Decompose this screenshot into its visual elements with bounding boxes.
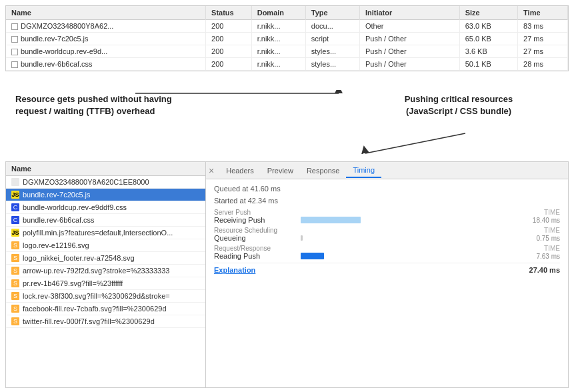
tab-close-button[interactable]: × [209, 166, 214, 175]
annotation-right-text: Pushing critical resources (JavaScript /… [389, 93, 529, 117]
annotation-left-text: Resource gets pushed without having requ… [15, 93, 175, 117]
file-name: polyfill.min.js?features=default,Interse… [23, 229, 173, 237]
file-list-panel: Name DGXMZO32348800Y8A620C1EE8000JSbundl… [6, 162, 206, 387]
timing-row-label: Reading Push [214, 252, 301, 260]
file-name: lock.rev-38f300.svg?fill=%2300629d&strok… [23, 292, 170, 300]
timing-bar-queue [301, 235, 303, 241]
svg-icon: S [11, 279, 19, 287]
timing-section-time-header: TIME [544, 245, 560, 252]
bottom-section: Name DGXMZO32348800Y8A620C1EE8000JSbundl… [5, 161, 569, 388]
timing-row: Receiving Push18.40 ms [214, 216, 560, 224]
meta-queued: Queued at 41.60 ms [214, 185, 560, 193]
list-item[interactable]: Slock.rev-38f300.svg?fill=%2300629d&stro… [6, 290, 205, 303]
col-header-size[interactable]: Size [459, 6, 517, 20]
timing-section-header: Server PushTIME [214, 209, 560, 216]
table-row[interactable]: bundle.rev-6b6caf.css 200 r.nikk... styl… [6, 58, 568, 71]
file-name: bundle.rev-6b6caf.css [23, 216, 95, 224]
svg-icon: S [11, 254, 19, 262]
timing-row-label: Queueing [214, 234, 301, 242]
tab-headers[interactable]: Headers [219, 164, 261, 177]
doc-icon [11, 178, 19, 186]
timing-section-label: Server Push [214, 209, 301, 216]
timing-total-value: 27.40 ms [529, 266, 560, 274]
details-panel: × Headers Preview Response Timing Queued… [206, 162, 568, 387]
timing-bar-push [301, 217, 361, 223]
timing-row-time: 7.63 ms [507, 253, 560, 260]
timing-bar-container [301, 252, 507, 260]
col-header-name[interactable]: Name [6, 6, 206, 20]
timing-section-header: Resource SchedulingTIME [214, 227, 560, 234]
list-item[interactable]: JSpolyfill.min.js?features=default,Inter… [6, 227, 205, 239]
file-name: logo_nikkei_footer.rev-a72548.svg [23, 254, 135, 262]
timing-row: Queueing0.75 ms [214, 234, 560, 242]
file-name: DGXMZO32348800Y8A620C1EE8000 [23, 178, 149, 186]
list-item[interactable]: Sarrow-up.rev-792f2d.svg?stroke=%2333333… [6, 265, 205, 277]
tab-response[interactable]: Response [300, 164, 347, 177]
file-name: bundle.rev-7c20c5.js [23, 191, 91, 199]
css-icon: C [11, 203, 19, 211]
file-name: pr.rev-1b4679.svg?fill=%23ffffff [23, 279, 123, 287]
svg-icon: S [11, 292, 19, 300]
col-header-type[interactable]: Type [305, 6, 359, 20]
svg-line-3 [365, 133, 465, 153]
css-icon: C [11, 216, 19, 224]
timing-section-label: Request/Response [214, 245, 301, 252]
timing-row-time: 18.40 ms [507, 217, 560, 224]
col-header-initiator[interactable]: Initiator [359, 6, 459, 20]
timing-section-label: Resource Scheduling [214, 227, 301, 234]
timing-row-label: Receiving Push [214, 216, 301, 224]
svg-icon: S [11, 267, 19, 275]
file-name: facebook-fill.rev-7cbafb.svg?fill=%23006… [23, 305, 167, 313]
file-list-header: Name [6, 162, 205, 176]
table-row[interactable]: DGXMZO32348800Y8A62... 200 r.nikk... doc… [6, 20, 568, 33]
timing-bar-read [301, 253, 324, 259]
timing-row-time: 0.75 ms [507, 235, 560, 242]
file-name: arrow-up.rev-792f2d.svg?stroke=%23333333 [23, 267, 169, 275]
svg-icon: S [11, 317, 19, 325]
timing-section-time-header: TIME [544, 227, 560, 234]
list-item[interactable]: DGXMZO32348800Y8A620C1EE8000 [6, 176, 205, 189]
details-tabs: × Headers Preview Response Timing [206, 162, 568, 179]
timing-bar-container [301, 216, 507, 224]
js-icon: JS [11, 229, 19, 237]
table-row[interactable]: bundle.rev-7c20c5.js 200 r.nikk... scrip… [6, 33, 568, 45]
file-name: twitter-fill.rev-000f7f.svg?fill=%230062… [23, 317, 155, 325]
timing-row: Reading Push7.63 ms [214, 252, 560, 260]
svg-icon: S [11, 241, 19, 249]
col-header-domain[interactable]: Domain [251, 6, 305, 20]
top-network-table: Name Status Domain Type Initiator Size T… [5, 5, 569, 71]
file-name: logo.rev-e12196.svg [23, 241, 89, 249]
list-item[interactable]: Slogo_nikkei_footer.rev-a72548.svg [6, 252, 205, 265]
timing-section-header: Request/ResponseTIME [214, 245, 560, 252]
table-row[interactable]: bundle-worldcup.rev-e9d... 200 r.nikk...… [6, 45, 568, 58]
timing-section-time-header: TIME [544, 209, 560, 216]
explanation-link[interactable]: Explanation [214, 266, 301, 274]
svg-icon: S [11, 305, 19, 313]
file-name: bundle-worldcup.rev-e9ddf9.css [23, 203, 127, 211]
list-item[interactable]: Cbundle-worldcup.rev-e9ddf9.css [6, 201, 205, 214]
list-item[interactable]: Slogo.rev-e12196.svg [6, 239, 205, 252]
timing-bar-container [301, 234, 507, 242]
list-item[interactable]: Cbundle.rev-6b6caf.css [6, 214, 205, 227]
list-item[interactable]: Spr.rev-1b4679.svg?fill=%23ffffff [6, 277, 205, 290]
list-item[interactable]: Sfacebook-fill.rev-7cbafb.svg?fill=%2300… [6, 303, 205, 315]
list-item[interactable]: JSbundle.rev-7c20c5.js [6, 189, 205, 201]
tab-timing[interactable]: Timing [346, 163, 381, 178]
col-header-time[interactable]: Time [518, 6, 568, 20]
col-header-status[interactable]: Status [206, 6, 252, 20]
meta-started: Started at 42.34 ms [214, 197, 560, 205]
list-item[interactable]: Stwitter-fill.rev-000f7f.svg?fill=%23006… [6, 315, 205, 328]
details-content: Queued at 41.60 ms Started at 42.34 ms S… [206, 179, 568, 387]
tab-preview[interactable]: Preview [261, 164, 300, 177]
annotations-area: Resource gets pushed without having requ… [5, 90, 569, 157]
js-icon: JS [11, 191, 19, 199]
timing-total-row: Explanation 27.40 ms [214, 263, 560, 274]
